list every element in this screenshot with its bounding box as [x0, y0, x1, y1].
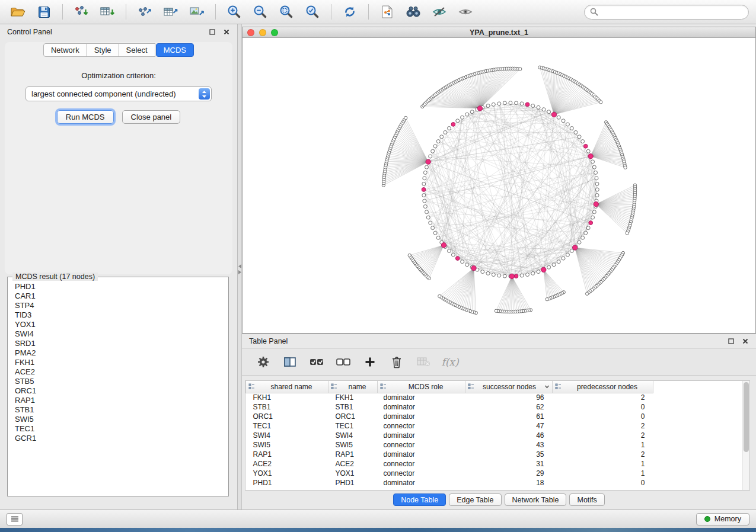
cell-successor_nodes[interactable]: 43: [465, 440, 553, 450]
graph-node[interactable]: [591, 216, 595, 219]
graph-node[interactable]: [404, 116, 407, 119]
graph-node[interactable]: [595, 188, 599, 191]
graph-node[interactable]: [408, 254, 411, 257]
float-table-panel-icon[interactable]: [728, 338, 735, 345]
cell-mcds_role[interactable]: connector: [378, 440, 465, 450]
cell-successor_nodes[interactable]: 31: [465, 459, 553, 469]
graph-edge[interactable]: [544, 270, 556, 296]
table-scrollbar[interactable]: [742, 381, 749, 490]
graph-node[interactable]: [592, 210, 596, 214]
graph-node[interactable]: [595, 182, 599, 185]
graph-node[interactable]: [461, 116, 464, 119]
cell-mcds_role[interactable]: dominator: [378, 412, 465, 421]
mcds-result-item[interactable]: STB5: [9, 377, 227, 386]
export-network-button[interactable]: [134, 2, 155, 22]
tab-network-table[interactable]: Network Table: [505, 493, 567, 506]
cell-mcds_role[interactable]: dominator: [378, 478, 465, 488]
graph-edge[interactable]: [397, 132, 428, 162]
cell-shared_name[interactable]: SWI5: [246, 440, 328, 450]
graph-node[interactable]: [433, 145, 437, 148]
tab-select[interactable]: Select: [119, 43, 155, 57]
dominator-node[interactable]: [541, 267, 546, 272]
graph-node[interactable]: [492, 102, 495, 106]
graph-node[interactable]: [585, 292, 588, 295]
graph-node[interactable]: [624, 166, 627, 169]
dominator-node[interactable]: [471, 265, 476, 270]
graph-node[interactable]: [447, 126, 451, 130]
show-graphics-details-button[interactable]: [455, 2, 476, 22]
graph-node[interactable]: [423, 205, 427, 209]
cell-shared_name[interactable]: ORC1: [246, 412, 328, 421]
graph-node[interactable]: [557, 116, 560, 119]
graph-node[interactable]: [486, 271, 490, 275]
graph-node[interactable]: [492, 273, 495, 277]
graph-edge[interactable]: [467, 114, 591, 156]
cell-shared_name[interactable]: TEC1: [246, 421, 328, 431]
table-row[interactable]: RAP1RAP1dominator352: [246, 450, 653, 459]
dominator-node[interactable]: [514, 274, 518, 278]
cell-predecessor_nodes[interactable]: 0: [553, 402, 653, 412]
column-header-successor-nodes[interactable]: successor nodes: [465, 381, 553, 393]
graph-edge[interactable]: [596, 191, 635, 204]
graph-node[interactable]: [578, 135, 581, 139]
cell-successor_nodes[interactable]: 46: [465, 431, 553, 440]
graph-node[interactable]: [586, 149, 590, 153]
graph-node[interactable]: [497, 102, 501, 105]
graph-node[interactable]: [465, 263, 469, 267]
network-window-titlebar[interactable]: YPA_prune.txt_1: [243, 27, 755, 38]
graph-edge[interactable]: [384, 162, 428, 179]
float-panel-icon[interactable]: [209, 28, 216, 36]
mcds-result-item[interactable]: YOX1: [9, 320, 227, 329]
cell-predecessor_nodes[interactable]: 1: [553, 440, 653, 450]
graph-node[interactable]: [520, 274, 524, 277]
graph-node[interactable]: [431, 226, 435, 230]
unselect-all-columns-button[interactable]: [335, 353, 352, 371]
graph-node[interactable]: [433, 231, 437, 235]
cell-mcds_role[interactable]: connector: [378, 469, 465, 478]
search-input[interactable]: [602, 8, 743, 17]
cell-mcds_role[interactable]: dominator: [378, 393, 465, 402]
graph-edge[interactable]: [596, 204, 628, 232]
import-network-button[interactable]: [71, 2, 92, 22]
tab-network[interactable]: Network: [43, 43, 87, 57]
graph-edge[interactable]: [512, 276, 525, 310]
column-header-name[interactable]: name: [328, 381, 378, 393]
graph-node[interactable]: [470, 110, 474, 114]
graph-node[interactable]: [566, 253, 569, 257]
cell-successor_nodes[interactable]: 61: [465, 412, 553, 421]
graph-node[interactable]: [537, 270, 540, 274]
export-image-button[interactable]: [186, 2, 208, 22]
graph-node[interactable]: [546, 298, 548, 301]
cell-name[interactable]: RAP1: [328, 450, 378, 459]
graph-node[interactable]: [574, 130, 578, 134]
graph-edge[interactable]: [480, 69, 512, 108]
close-table-panel-icon[interactable]: [742, 338, 749, 345]
cell-mcds_role[interactable]: dominator: [378, 402, 465, 412]
graph-node[interactable]: [425, 165, 429, 169]
maximize-window-button[interactable]: [271, 29, 278, 36]
graph-edge[interactable]: [439, 268, 474, 296]
dominator-node[interactable]: [509, 274, 514, 278]
mcds-result-item[interactable]: PMA2: [9, 348, 227, 358]
cell-name[interactable]: SWI4: [328, 431, 378, 440]
graph-node[interactable]: [591, 160, 595, 164]
tab-edge-table[interactable]: Edge Table: [449, 493, 501, 506]
mcds-result-item[interactable]: GCR1: [9, 434, 227, 443]
cell-predecessor_nodes[interactable]: 0: [553, 412, 653, 421]
graph-edge[interactable]: [480, 108, 594, 167]
graph-edge[interactable]: [596, 189, 635, 204]
cell-mcds_role[interactable]: connector: [378, 421, 465, 431]
graph-edge[interactable]: [575, 248, 607, 276]
column-header-shared-name[interactable]: shared name: [246, 381, 328, 393]
graph-edge[interactable]: [442, 117, 462, 242]
cell-successor_nodes[interactable]: 47: [465, 421, 553, 431]
search-box[interactable]: [584, 5, 749, 20]
graph-edge[interactable]: [422, 245, 444, 272]
cell-name[interactable]: STB1: [328, 402, 378, 412]
cell-shared_name[interactable]: SWI4: [246, 431, 328, 440]
graph-edge[interactable]: [435, 117, 462, 233]
cell-mcds_role[interactable]: dominator: [378, 431, 465, 440]
graph-node[interactable]: [436, 236, 440, 239]
graph-node[interactable]: [503, 101, 506, 105]
graph-node[interactable]: [438, 294, 441, 297]
